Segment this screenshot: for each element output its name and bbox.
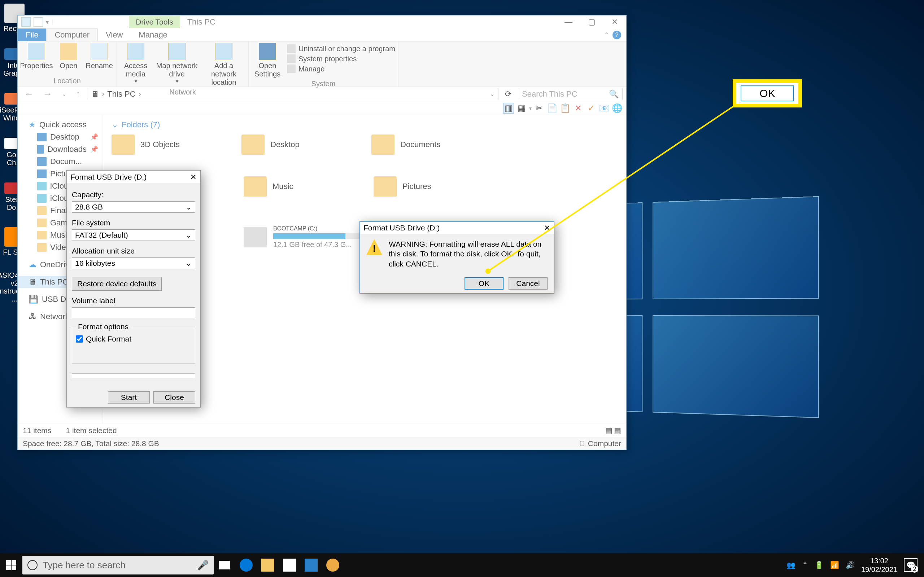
up-button[interactable]: ↑ bbox=[73, 89, 83, 100]
task-view-button[interactable] bbox=[214, 553, 235, 577]
folder-item[interactable]: 3D Objects bbox=[111, 134, 227, 155]
tray-chevron-icon[interactable]: ⌃ bbox=[802, 561, 808, 569]
folder-item[interactable]: Pictures bbox=[373, 176, 489, 197]
paste-icon[interactable]: 📋 bbox=[560, 103, 571, 114]
search-input[interactable]: Search This PC🔍 bbox=[518, 88, 623, 100]
chevron-down-icon: ⌄ bbox=[186, 231, 192, 239]
qat-dropdown-icon[interactable]: ▾ bbox=[46, 19, 49, 26]
drive-usage-bar bbox=[273, 233, 371, 239]
folder-item[interactable]: Music bbox=[244, 176, 359, 197]
network-icon: 🖧 bbox=[29, 312, 36, 321]
window-title: This PC bbox=[180, 16, 223, 28]
uninstall-program-button[interactable]: Uninstall or change a program bbox=[287, 44, 395, 53]
usb-icon: 💾 bbox=[29, 295, 38, 304]
cloud-icon: ☁ bbox=[29, 260, 36, 269]
pc-icon: 🖥 bbox=[578, 439, 586, 448]
warning-dialog: Format USB Drive (D:)✕ WARNING: Formatti… bbox=[360, 221, 554, 293]
taskbar-app-mail[interactable] bbox=[300, 553, 322, 577]
view-tab[interactable]: View bbox=[98, 29, 131, 41]
volume-icon[interactable]: 🔊 bbox=[846, 561, 855, 569]
toolbar-icon[interactable]: 🌐 bbox=[612, 103, 623, 114]
cancel-button[interactable]: Cancel bbox=[509, 277, 548, 290]
format-dialog: Format USB Drive (D:)✕ Capacity: 28.8 GB… bbox=[66, 170, 201, 408]
toolbar-icon[interactable]: ▦ bbox=[516, 103, 527, 114]
recent-dropdown-icon[interactable]: ⌄ bbox=[59, 90, 69, 97]
restore-defaults-button[interactable]: Restore device defaults bbox=[72, 277, 162, 291]
open-settings-button[interactable]: Open Settings bbox=[252, 43, 283, 78]
copy-icon[interactable]: 📄 bbox=[547, 103, 558, 114]
dialog-title: Format USB Drive (D:) bbox=[363, 224, 439, 232]
ribbon-collapse-icon[interactable]: ⌃ bbox=[604, 31, 609, 38]
taskbar-app-paint[interactable] bbox=[322, 553, 344, 577]
mic-icon[interactable]: 🎤 bbox=[197, 560, 208, 571]
breadcrumb[interactable]: 🖥 › This PC › ⌄ bbox=[87, 88, 498, 100]
quick-format-checkbox[interactable]: Quick Format bbox=[76, 335, 191, 343]
start-button[interactable] bbox=[0, 553, 23, 577]
volume-label-input[interactable] bbox=[72, 307, 195, 318]
people-icon[interactable]: 👥 bbox=[787, 561, 795, 569]
chevron-down-icon: ⌄ bbox=[186, 203, 192, 211]
help-icon[interactable]: ? bbox=[612, 31, 621, 39]
open-button[interactable]: Open bbox=[56, 43, 81, 76]
drive-icon bbox=[244, 227, 267, 247]
qat-icon[interactable] bbox=[34, 17, 43, 27]
format-progress bbox=[72, 373, 195, 378]
toolbar-icon[interactable]: ▥ bbox=[503, 103, 514, 114]
forward-button[interactable]: → bbox=[40, 89, 55, 100]
sidebar-item[interactable]: Downloads📌 bbox=[18, 143, 102, 155]
minimize-button[interactable]: — bbox=[557, 16, 580, 29]
maximize-button[interactable]: ▢ bbox=[580, 16, 603, 29]
delete-icon[interactable]: ✕ bbox=[573, 103, 584, 114]
pc-icon: 🖥 bbox=[29, 277, 36, 287]
folders-header[interactable]: ⌄Folders (7) bbox=[111, 120, 617, 129]
warning-icon bbox=[366, 239, 382, 255]
status-space: Space free: 28.7 GB, Total size: 28.8 GB bbox=[23, 439, 159, 448]
map-network-drive-button[interactable]: Map network drive▾ bbox=[155, 43, 199, 87]
battery-icon[interactable]: 🔋 bbox=[815, 561, 824, 569]
properties-button[interactable]: Properties bbox=[21, 43, 52, 76]
close-icon[interactable]: ✕ bbox=[190, 173, 197, 181]
computer-tab[interactable]: Computer bbox=[46, 29, 98, 41]
close-button[interactable]: Close bbox=[153, 391, 195, 403]
action-center-icon[interactable]: 💬 bbox=[904, 558, 918, 572]
close-button[interactable]: ✕ bbox=[603, 16, 626, 29]
status-items: 11 items bbox=[23, 426, 51, 435]
undo-icon[interactable]: ✓ bbox=[586, 103, 597, 114]
filesystem-select[interactable]: FAT32 (Default)⌄ bbox=[72, 229, 195, 241]
add-network-location-button[interactable]: Add a network location bbox=[202, 43, 246, 87]
cut-icon[interactable]: ✂ bbox=[534, 103, 544, 114]
folder-item[interactable]: Documents bbox=[372, 134, 487, 155]
back-button[interactable]: ← bbox=[21, 89, 36, 100]
manage-tab[interactable]: Manage bbox=[131, 29, 175, 41]
refresh-button[interactable]: ⟳ bbox=[502, 89, 514, 99]
folder-item[interactable]: Desktop bbox=[241, 134, 357, 155]
start-button[interactable]: Start bbox=[108, 391, 150, 403]
sidebar-item[interactable]: Docum... bbox=[18, 155, 102, 168]
capacity-select[interactable]: 28.8 GB⌄ bbox=[72, 201, 195, 213]
drive-tools-tab[interactable]: Drive Tools bbox=[129, 16, 180, 28]
file-menu[interactable]: File bbox=[18, 29, 46, 41]
view-large-icon[interactable]: ▦ bbox=[614, 426, 621, 435]
taskbar: Type here to search🎤 👥 ⌃ 🔋 📶 🔊 13:0219/0… bbox=[0, 553, 924, 577]
toolbar-icon[interactable]: 📧 bbox=[599, 103, 610, 114]
manage-button[interactable]: Manage bbox=[287, 64, 395, 73]
taskbar-search[interactable]: Type here to search🎤 bbox=[23, 556, 214, 574]
system-properties-button[interactable]: System properties bbox=[287, 55, 395, 63]
tray-clock[interactable]: 13:0219/02/2021 bbox=[861, 556, 897, 574]
callout-ok-button: OK bbox=[741, 85, 794, 102]
wifi-icon[interactable]: 📶 bbox=[830, 561, 839, 569]
taskbar-app-edge[interactable] bbox=[235, 553, 257, 577]
sidebar-item[interactable]: Desktop📌 bbox=[18, 131, 102, 143]
taskbar-app-explorer[interactable] bbox=[257, 553, 279, 577]
taskbar-app-store[interactable] bbox=[279, 553, 300, 577]
rename-button[interactable]: Rename bbox=[85, 43, 114, 76]
allocation-select[interactable]: 16 kilobytes⌄ bbox=[72, 258, 195, 269]
view-details-icon[interactable]: ▤ bbox=[605, 426, 612, 435]
app-icon bbox=[21, 17, 31, 27]
access-media-button[interactable]: Access media▾ bbox=[120, 43, 152, 87]
ok-button[interactable]: OK bbox=[465, 277, 504, 290]
sidebar-quick-access[interactable]: ★Quick access bbox=[18, 119, 102, 131]
status-selected: 1 item selected bbox=[66, 426, 116, 435]
pc-icon: 🖥 bbox=[91, 89, 99, 99]
close-icon[interactable]: ✕ bbox=[544, 224, 551, 232]
